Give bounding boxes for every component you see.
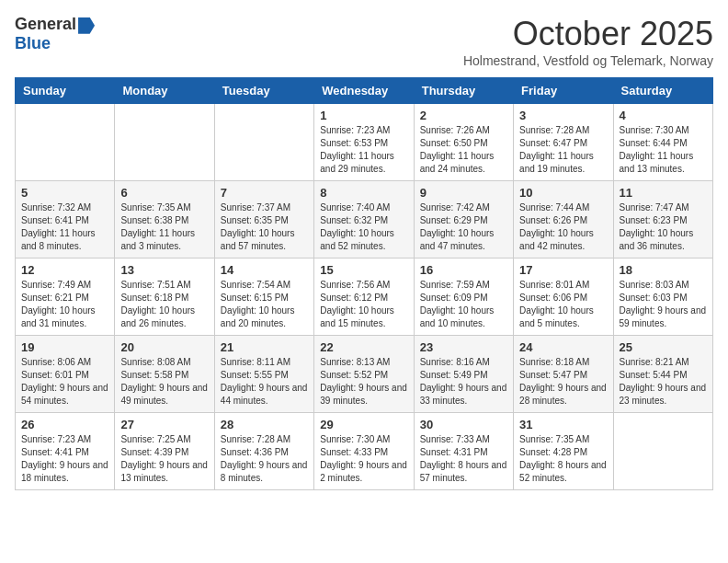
logo-general: General <box>15 15 76 33</box>
calendar-cell: 18Sunrise: 8:03 AMSunset: 6:03 PMDayligh… <box>613 259 712 336</box>
weekday-header-saturday: Saturday <box>613 78 712 104</box>
day-info: Sunrise: 8:21 AMSunset: 5:44 PMDaylight:… <box>620 356 707 408</box>
page-header: General Blue October 2025 Holmestrand, V… <box>15 15 713 68</box>
day-number: 29 <box>320 418 407 431</box>
day-info: Sunrise: 7:32 AMSunset: 6:41 PMDaylight:… <box>21 201 108 253</box>
day-info: Sunrise: 7:28 AMSunset: 6:47 PMDaylight:… <box>519 124 607 176</box>
calendar-cell: 5Sunrise: 7:32 AMSunset: 6:41 PMDaylight… <box>16 181 115 259</box>
day-info: Sunrise: 8:03 AMSunset: 6:03 PMDaylight:… <box>620 279 707 330</box>
weekday-header-monday: Monday <box>115 78 214 104</box>
calendar-cell: 19Sunrise: 8:06 AMSunset: 6:01 PMDayligh… <box>16 336 115 413</box>
day-info: Sunrise: 8:08 AMSunset: 5:58 PMDaylight:… <box>120 356 208 408</box>
day-number: 19 <box>21 340 108 354</box>
day-info: Sunrise: 8:06 AMSunset: 6:01 PMDaylight:… <box>21 356 108 408</box>
day-info: Sunrise: 7:40 AMSunset: 6:32 PMDaylight:… <box>320 201 407 253</box>
day-number: 5 <box>21 186 108 200</box>
calendar-week-1: 1Sunrise: 7:23 AMSunset: 6:53 PMDaylight… <box>16 104 713 181</box>
title-block: October 2025 Holmestrand, Vestfold og Te… <box>463 15 713 68</box>
calendar-cell: 7Sunrise: 7:37 AMSunset: 6:35 PMDaylight… <box>214 181 313 259</box>
day-info: Sunrise: 7:59 AMSunset: 6:09 PMDaylight:… <box>420 279 507 330</box>
calendar-cell: 23Sunrise: 8:16 AMSunset: 5:49 PMDayligh… <box>414 336 513 413</box>
calendar-cell: 28Sunrise: 7:28 AMSunset: 4:36 PMDayligh… <box>214 413 313 490</box>
day-number: 18 <box>620 263 707 277</box>
day-number: 24 <box>519 340 607 354</box>
day-info: Sunrise: 7:35 AMSunset: 4:28 PMDaylight:… <box>519 433 607 485</box>
day-number: 16 <box>420 263 507 277</box>
calendar-cell: 1Sunrise: 7:23 AMSunset: 6:53 PMDaylight… <box>314 104 414 181</box>
day-info: Sunrise: 8:16 AMSunset: 5:49 PMDaylight:… <box>420 356 507 408</box>
calendar-cell: 4Sunrise: 7:30 AMSunset: 6:44 PMDaylight… <box>613 104 712 181</box>
day-number: 1 <box>320 109 407 122</box>
day-number: 22 <box>320 340 407 354</box>
calendar-cell: 31Sunrise: 7:35 AMSunset: 4:28 PMDayligh… <box>514 413 613 490</box>
calendar-cell <box>115 104 214 181</box>
day-info: Sunrise: 7:26 AMSunset: 6:50 PMDaylight:… <box>420 124 507 176</box>
day-info: Sunrise: 7:23 AMSunset: 4:41 PMDaylight:… <box>21 433 108 485</box>
day-info: Sunrise: 7:35 AMSunset: 6:38 PMDaylight:… <box>120 201 208 253</box>
day-number: 23 <box>420 340 507 354</box>
day-number: 9 <box>420 186 507 200</box>
weekday-header-tuesday: Tuesday <box>214 78 313 104</box>
day-info: Sunrise: 7:54 AMSunset: 6:15 PMDaylight:… <box>221 279 308 330</box>
calendar-cell: 2Sunrise: 7:26 AMSunset: 6:50 PMDaylight… <box>414 104 513 181</box>
day-info: Sunrise: 8:11 AMSunset: 5:55 PMDaylight:… <box>221 356 308 408</box>
calendar-week-2: 5Sunrise: 7:32 AMSunset: 6:41 PMDaylight… <box>16 181 713 259</box>
weekday-header-sunday: Sunday <box>16 78 115 104</box>
day-info: Sunrise: 7:23 AMSunset: 6:53 PMDaylight:… <box>320 124 407 176</box>
calendar-cell: 13Sunrise: 7:51 AMSunset: 6:18 PMDayligh… <box>115 259 214 336</box>
calendar-cell: 12Sunrise: 7:49 AMSunset: 6:21 PMDayligh… <box>16 259 115 336</box>
day-number: 7 <box>221 186 308 200</box>
day-info: Sunrise: 7:47 AMSunset: 6:23 PMDaylight:… <box>620 201 707 253</box>
calendar-cell: 30Sunrise: 7:33 AMSunset: 4:31 PMDayligh… <box>414 413 513 490</box>
calendar-cell: 20Sunrise: 8:08 AMSunset: 5:58 PMDayligh… <box>115 336 214 413</box>
logo-blue: Blue <box>15 34 51 53</box>
day-number: 2 <box>420 109 507 122</box>
day-info: Sunrise: 7:44 AMSunset: 6:26 PMDaylight:… <box>519 201 607 253</box>
day-number: 30 <box>420 418 507 431</box>
weekday-header-wednesday: Wednesday <box>314 78 414 104</box>
calendar-cell: 22Sunrise: 8:13 AMSunset: 5:52 PMDayligh… <box>314 336 414 413</box>
day-info: Sunrise: 7:25 AMSunset: 4:39 PMDaylight:… <box>120 433 208 485</box>
calendar-cell: 9Sunrise: 7:42 AMSunset: 6:29 PMDaylight… <box>414 181 513 259</box>
calendar-cell <box>16 104 115 181</box>
day-number: 15 <box>320 263 407 277</box>
day-info: Sunrise: 8:13 AMSunset: 5:52 PMDaylight:… <box>320 356 407 408</box>
day-info: Sunrise: 7:30 AMSunset: 4:33 PMDaylight:… <box>320 433 407 485</box>
calendar-cell: 24Sunrise: 8:18 AMSunset: 5:47 PMDayligh… <box>514 336 613 413</box>
day-number: 17 <box>519 263 607 277</box>
day-number: 4 <box>620 109 707 122</box>
calendar-cell: 25Sunrise: 8:21 AMSunset: 5:44 PMDayligh… <box>613 336 712 413</box>
month-title: October 2025 <box>463 15 713 53</box>
calendar-cell: 8Sunrise: 7:40 AMSunset: 6:32 PMDaylight… <box>314 181 414 259</box>
day-info: Sunrise: 7:28 AMSunset: 4:36 PMDaylight:… <box>221 433 308 485</box>
weekday-header-row: SundayMondayTuesdayWednesdayThursdayFrid… <box>16 78 713 104</box>
calendar-cell: 17Sunrise: 8:01 AMSunset: 6:06 PMDayligh… <box>514 259 613 336</box>
logo-icon <box>78 17 95 34</box>
day-info: Sunrise: 8:01 AMSunset: 6:06 PMDaylight:… <box>519 279 607 330</box>
day-info: Sunrise: 7:30 AMSunset: 6:44 PMDaylight:… <box>620 124 707 176</box>
location-subtitle: Holmestrand, Vestfold og Telemark, Norwa… <box>463 53 713 68</box>
day-info: Sunrise: 7:51 AMSunset: 6:18 PMDaylight:… <box>120 279 208 330</box>
calendar-cell: 6Sunrise: 7:35 AMSunset: 6:38 PMDaylight… <box>115 181 214 259</box>
calendar-week-5: 26Sunrise: 7:23 AMSunset: 4:41 PMDayligh… <box>16 413 713 490</box>
day-number: 3 <box>519 109 607 122</box>
weekday-header-thursday: Thursday <box>414 78 513 104</box>
calendar-cell <box>214 104 313 181</box>
calendar-cell: 21Sunrise: 8:11 AMSunset: 5:55 PMDayligh… <box>214 336 313 413</box>
calendar-cell: 3Sunrise: 7:28 AMSunset: 6:47 PMDaylight… <box>514 104 613 181</box>
day-number: 12 <box>21 263 108 277</box>
calendar-cell: 10Sunrise: 7:44 AMSunset: 6:26 PMDayligh… <box>514 181 613 259</box>
day-number: 31 <box>519 418 607 431</box>
day-number: 21 <box>221 340 308 354</box>
day-number: 14 <box>221 263 308 277</box>
day-info: Sunrise: 7:33 AMSunset: 4:31 PMDaylight:… <box>420 433 507 485</box>
logo: General Blue <box>15 15 95 53</box>
day-info: Sunrise: 7:56 AMSunset: 6:12 PMDaylight:… <box>320 279 407 330</box>
day-info: Sunrise: 7:49 AMSunset: 6:21 PMDaylight:… <box>21 279 108 330</box>
calendar-cell: 16Sunrise: 7:59 AMSunset: 6:09 PMDayligh… <box>414 259 513 336</box>
calendar-cell: 11Sunrise: 7:47 AMSunset: 6:23 PMDayligh… <box>613 181 712 259</box>
day-number: 27 <box>120 418 208 431</box>
day-number: 28 <box>221 418 308 431</box>
day-number: 26 <box>21 418 108 431</box>
day-number: 8 <box>320 186 407 200</box>
